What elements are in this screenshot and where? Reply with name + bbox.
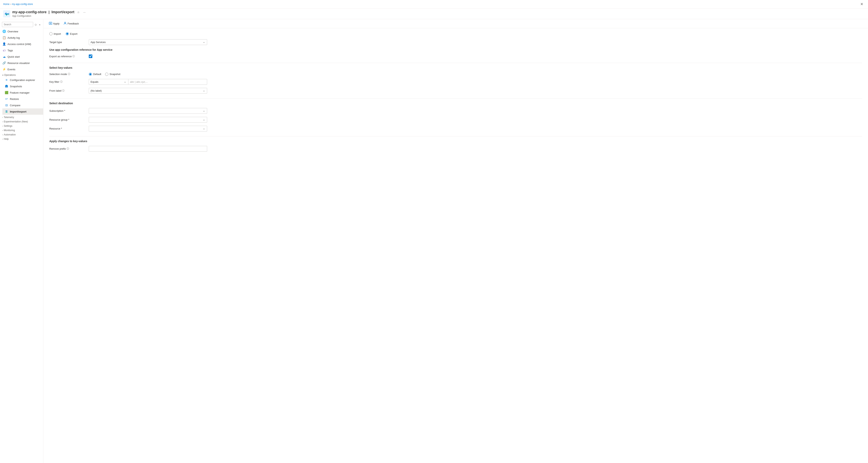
import-radio-option[interactable]: Import (49, 32, 61, 35)
sidebar-item-tags-label: Tags (7, 49, 13, 52)
export-radio-option[interactable]: Export (66, 32, 78, 35)
key-filter-info-icon: ⓘ (60, 80, 63, 84)
sidebar-group-experimentation-label: Experimentation (New) (4, 120, 28, 123)
sidebar-item-activity-log[interactable]: 📋 Activity log (0, 34, 43, 41)
sidebar-item-events[interactable]: ⚡ Events (0, 66, 43, 73)
resource-group-label: Resource group * (49, 118, 89, 121)
search-input[interactable] (2, 22, 33, 27)
sidebar-item-quick-start[interactable]: ☁ Quick start (0, 54, 43, 60)
subscription-select[interactable] (89, 108, 207, 114)
export-as-reference-info-icon: ⓘ (72, 55, 75, 58)
sidebar-group-settings[interactable]: › Settings (0, 123, 43, 128)
export-as-reference-row: Export as reference ⓘ (49, 55, 862, 58)
activity-log-icon: 📋 (2, 36, 6, 39)
sidebar-item-restore[interactable]: ↩ Restore (2, 96, 43, 102)
key-filter-inputs: Equals Starts with Contains (89, 79, 207, 85)
sidebar-item-access-control[interactable]: 👤 Access control (IAM) (0, 41, 43, 47)
target-type-select[interactable]: App Services App Configuration Azure Kub… (89, 39, 207, 45)
import-label: Import (54, 32, 61, 35)
default-mode-label: Default (93, 73, 101, 76)
resource-name: my-app-config-store (12, 10, 46, 14)
sidebar-group-monitoring[interactable]: › Monitoring (0, 128, 43, 132)
experimentation-chevron-icon: › (2, 121, 3, 123)
sidebar-group-operations[interactable]: ▾ Operations (0, 73, 43, 77)
resource-group-row: Resource group * (49, 117, 862, 123)
export-as-reference-checkbox[interactable] (89, 55, 92, 58)
operations-chevron-icon: ▾ (2, 74, 3, 76)
sidebar-item-config-explorer-label: Configuration explorer (10, 79, 35, 82)
sidebar-item-feature-manager[interactable]: 🟩 Feature manager (2, 89, 43, 96)
app-config-ref-title: Use app configuration reference for App … (49, 48, 862, 51)
sidebar-item-import-export-label: Import/export (10, 110, 26, 113)
default-mode-radio[interactable] (89, 73, 92, 76)
app-container: Home › my-app-config-store ✕ my-app-conf… (0, 0, 868, 463)
help-chevron-icon: › (2, 138, 3, 140)
telemetry-chevron-icon: › (2, 116, 3, 118)
sidebar-item-quick-start-label: Quick start (7, 55, 20, 58)
sidebar-search-container: ◇ « (0, 21, 43, 28)
favorite-button[interactable]: ☆ (76, 10, 81, 14)
key-filter-text-input[interactable] (128, 79, 207, 85)
resource-select-wrapper (89, 126, 207, 132)
close-button[interactable]: ✕ (859, 1, 865, 7)
tags-icon: 🏷 (2, 49, 6, 52)
key-filter-type-select[interactable]: Equals Starts with Contains (89, 79, 128, 85)
subscription-row: Subscription * (49, 108, 862, 114)
apply-changes-section: Apply changes to key-values Remove prefi… (49, 140, 862, 152)
sidebar-item-resource-visualizer[interactable]: 🔗 Resource visualizer (0, 60, 43, 66)
sidebar-group-experimentation[interactable]: › Experimentation (New) (0, 119, 43, 123)
sidebar-item-overview[interactable]: 🌐 Overview (0, 28, 43, 34)
resource-group-select-wrapper (89, 117, 207, 123)
remove-prefix-label: Remove prefix ⓘ (49, 147, 89, 150)
header-separator: | (49, 10, 50, 14)
more-options-button[interactable]: ··· (83, 10, 86, 14)
sidebar-item-import-export[interactable]: Import/export (2, 108, 43, 115)
snapshot-mode-option[interactable]: Snapshot (105, 73, 120, 76)
sidebar-group-help[interactable]: › Help (0, 137, 43, 141)
remove-prefix-input[interactable] (89, 146, 207, 152)
key-filter-row: Key filter ⓘ Equals Starts with Contains (49, 79, 862, 85)
page-title: Import/export (52, 10, 74, 14)
feedback-icon (64, 22, 67, 26)
export-radio[interactable] (66, 32, 69, 35)
compare-icon: ⊟ (5, 104, 8, 107)
sidebar-item-restore-label: Restore (10, 97, 19, 100)
selection-mode-label: Selection mode ⓘ (49, 73, 89, 76)
sidebar-item-events-label: Events (7, 68, 16, 71)
header-title-block: my-app-config-store | Import/export ☆ ··… (12, 10, 865, 18)
filter-icon-button[interactable]: ◇ (34, 23, 37, 26)
export-as-reference-control (89, 55, 207, 58)
resource-select[interactable] (89, 126, 207, 132)
target-type-control: App Services App Configuration Azure Kub… (89, 39, 207, 45)
divider-3 (49, 136, 862, 137)
breadcrumb-resource[interactable]: my-app-config-store (12, 3, 33, 5)
feedback-button[interactable]: Feedback (62, 21, 81, 26)
snapshot-mode-radio[interactable] (105, 73, 108, 76)
sidebar-item-tags[interactable]: 🏷 Tags (0, 47, 43, 54)
sidebar-group-operations-label: Operations (4, 74, 16, 77)
sidebar-group-automation[interactable]: › Automation (0, 132, 43, 137)
breadcrumb-bar: Home › my-app-config-store ✕ (0, 0, 868, 8)
toolbar: Apply Feedback (43, 19, 868, 28)
sidebar-group-telemetry[interactable]: › Telemetry (0, 115, 43, 119)
sidebar-item-configuration-explorer[interactable]: ≡ Configuration explorer (2, 77, 43, 83)
sidebar-group-automation-label: Automation (4, 133, 16, 136)
access-control-icon: 👤 (2, 42, 6, 46)
import-radio[interactable] (49, 32, 53, 35)
default-mode-option[interactable]: Default (89, 73, 101, 76)
apply-button[interactable]: Apply (48, 21, 61, 26)
import-export-icon (5, 110, 8, 113)
breadcrumb-home[interactable]: Home (3, 3, 9, 5)
from-label-select[interactable]: (No label) (89, 88, 207, 94)
overview-icon: 🌐 (2, 30, 6, 33)
from-label-label: From label ⓘ (49, 89, 89, 92)
feature-manager-icon: 🟩 (5, 91, 8, 94)
sidebar-item-feature-manager-label: Feature manager (10, 91, 30, 94)
sidebar-item-access-control-label: Access control (IAM) (7, 42, 31, 46)
restore-icon: ↩ (5, 97, 8, 101)
selection-mode-info-icon: ⓘ (68, 73, 70, 76)
resource-group-select[interactable] (89, 117, 207, 123)
sidebar-item-snapshots[interactable]: Snapshots (2, 83, 43, 89)
collapse-sidebar-button[interactable]: « (38, 23, 41, 26)
sidebar-item-compare[interactable]: ⊟ Compare (2, 102, 43, 108)
